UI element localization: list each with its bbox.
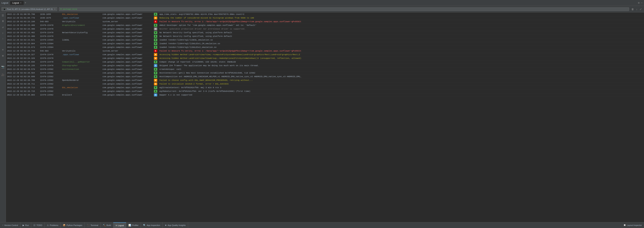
table-row[interactable]: 2022-12-29 01:00:55.790 1639-1855 EGL_em… (6, 12, 644, 16)
run-item[interactable]: ▶ Run (20, 222, 31, 228)
expand-button[interactable]: ⤢ (639, 7, 642, 11)
log-date: 2022-12-29 02:02:23.402 (6, 31, 39, 34)
table-row[interactable]: 2022-12-29 02:02:24.327 22470-22470 .app… (6, 53, 644, 56)
table-row[interactable]: 2022-12-29 02:02:23.402 22470-22470 Netw… (6, 31, 644, 34)
table-row[interactable]: 2022-12-29 02:02:25.690 22470-22470 Comp… (6, 60, 644, 64)
log-pid: 546-603 (39, 49, 61, 53)
level-badge: D (154, 38, 157, 41)
toolbar: 📱 Pixel XL API 31 (emulator-5554) Androi… (0, 6, 644, 12)
logcat-tab[interactable]: Logcat ✕ (10, 1, 24, 5)
video-btn[interactable]: 🎥 (1, 73, 5, 77)
table-row[interactable]: 2022-12-29 02:02:26.713 22470-22582 EGL_… (6, 86, 644, 90)
log-pid: 22470-22470 (39, 23, 61, 27)
app-inspection-item[interactable]: 🔍 App Inspection (141, 222, 162, 228)
log-message: Failed to choose config with EGL_SWAP_BE… (158, 78, 644, 82)
log-message: Skipped 154 frames! The application may … (158, 64, 644, 67)
build-icon: 🔨 (103, 224, 106, 227)
log-date: 2022-12-29 02:02:26.155 (6, 64, 39, 67)
log-pkg: com.google.samples.apps.sunflower (102, 27, 153, 31)
title-bar-icons: ⚙ — (638, 1, 642, 4)
restart-btn[interactable]: ↺ (1, 25, 5, 29)
app-quality-item[interactable]: ★ App Quality Insights (162, 222, 188, 228)
table-row[interactable]: 2022-12-29 02:02:26.579 22470-22582 Host… (6, 67, 644, 71)
table-row[interactable]: 2022-12-29 02:02:26.699 22470-22582 com.… (6, 75, 644, 78)
level-badge: D (154, 31, 157, 34)
table-row[interactable]: 2022-12-29 02:02:26.715 22470-22582 com.… (6, 90, 644, 93)
minimize-icon[interactable]: — (641, 1, 642, 4)
clear-logcat-button[interactable]: 🗑 (630, 7, 635, 11)
tab-label: Logcat (12, 2, 19, 4)
tab-close-icon[interactable]: ✕ (20, 2, 22, 4)
log-date: 2022-12-29 02:02:26.699 (6, 75, 39, 78)
log-level: W (153, 78, 158, 82)
table-row[interactable]: 2022-12-29 02:02:23.664 22470-22584 com.… (6, 42, 644, 45)
table-row[interactable]: 2022-12-29 02:02:26.155 22470-22470 Chor… (6, 64, 644, 67)
log-pkg: com.google.samples.apps.sunflower (102, 53, 153, 56)
log-tag: EGL_emulation (61, 12, 102, 16)
table-row[interactable]: 2022-12-29 02:02:23.673 22470-22584 com.… (6, 45, 644, 49)
log-pid: 22470-22582 (39, 90, 61, 93)
pause-btn[interactable]: ⏸ (1, 19, 5, 23)
profiler-item[interactable]: 📊 Profiler (126, 222, 141, 228)
import-btn[interactable]: ⇧ (1, 31, 5, 35)
log-pkg: com.google.samples.apps.sunflower (102, 31, 153, 34)
layout-inspector-item[interactable]: 🔲 Layout Inspector (621, 224, 644, 226)
table-row[interactable]: 2022-12-29 02:02:23.400 22470-22470 com.… (6, 27, 644, 31)
camera-btn[interactable]: 📷 (1, 65, 5, 69)
todo-item[interactable]: ☑ TODO (31, 222, 45, 228)
python-packages-item[interactable]: 📦 Python Packages (60, 222, 85, 228)
device-label: Pixel XL API 31 (emulator-5554) Android … (7, 8, 53, 10)
log-tag: VerityUtils (61, 20, 102, 23)
up-btn[interactable]: ↑ (1, 37, 5, 41)
table-row[interactable]: 2022-12-29 02:02:24.328 22470-22470 com.… (6, 56, 644, 60)
version-control-item[interactable]: ↑ Version Control (0, 222, 20, 228)
settings-icon[interactable]: ⚙ (638, 1, 640, 4)
table-row[interactable]: 2022-12-29 02:02:23.400 22470-22470 Grap… (6, 23, 644, 27)
table-row[interactable]: 2022-12-29 02:02:26.711 22470-22582 com.… (6, 82, 644, 86)
log-date: 2022-12-29 02:02:26.709 (6, 78, 39, 82)
table-row[interactable]: 2022-12-29 02:02:23.400 22470-22470 com.… (6, 34, 644, 38)
run-icon: ▶ (22, 224, 24, 227)
log-tag: libEGL (61, 38, 102, 42)
table-row[interactable]: 2022-12-29 02:02:26.709 22470-22582 Open… (6, 78, 644, 82)
build-item[interactable]: 🔨 Build (101, 222, 113, 228)
device-selector[interactable]: 📱 Pixel XL API 31 (emulator-5554) Androi… (2, 7, 57, 11)
problems-item[interactable]: ⚠ Problems (45, 222, 60, 228)
log-pkg: com.google.samples.apps.sunflower (102, 67, 153, 71)
table-row[interactable]: 2022-12-29 02:02:26.803 22470-22582 Gral… (6, 93, 644, 97)
log-pid: 22470-22470 (39, 53, 61, 56)
table-row[interactable]: 2022-12-29 02:02:23.743 546-603 VerityUt… (6, 49, 644, 53)
app-label: Logcat: (2, 2, 9, 4)
log-message: HostConnection::get() New Host Connectio… (158, 71, 644, 75)
profiler-label: Profiler (132, 224, 138, 226)
table-row[interactable]: 2022-12-29 02:02:26.584 22470-22582 com.… (6, 71, 644, 75)
table-row[interactable]: 2022-12-29 01:01:04.770 1639-1675 .apps.… (6, 16, 644, 20)
scroll-to-end-button[interactable]: ↓ (635, 7, 638, 11)
log-level: D (153, 90, 158, 93)
log-level: W (153, 16, 158, 20)
log-message: Accessing hidden method Landroid/view/Vi… (158, 53, 644, 56)
settings2-btn[interactable]: ≡ (1, 48, 5, 52)
log-content[interactable]: 2022-12-29 01:00:55.790 1639-1855 EGL_em… (6, 12, 644, 222)
filter-side-btn[interactable]: ☰ (1, 13, 5, 18)
logcat-item[interactable]: ≡ Logcat (113, 222, 126, 228)
logcat-status-label: Logcat (118, 224, 124, 227)
filter-bar[interactable]: ▼ package:mine (59, 7, 629, 11)
problems-icon: ⚠ (47, 224, 49, 227)
table-row[interactable]: 2022-12-29 02:02:23.199 546-603 VerityUt… (6, 20, 644, 23)
log-pid: 22470-22470 (39, 64, 61, 67)
log-level: D (153, 42, 158, 45)
sort-btn[interactable]: ⊞ (1, 54, 5, 58)
level-badge: W (154, 79, 157, 82)
log-pkg: com.google.samples.apps.sunflower (102, 82, 153, 86)
table-row[interactable]: 2022-12-29 02:02:23.621 22470-22584 libE… (6, 38, 644, 42)
status-bar: ↑ Version Control ▶ Run ☑ TODO ⚠ Problem… (0, 222, 644, 228)
toolbar-right: 🗑 ↓ ⤢ (630, 7, 642, 11)
todo-icon: ☑ (34, 224, 36, 227)
log-pkg: com.google.samples.apps.sunflower (102, 16, 153, 20)
log-level: D (153, 75, 158, 78)
layout-inspector-label: Layout Inspector (627, 224, 642, 226)
terminal-item[interactable]: ⬛ Terminal (85, 222, 101, 228)
new-tab-button[interactable]: + (24, 1, 26, 4)
logcat-status-icon: ≡ (116, 224, 117, 227)
